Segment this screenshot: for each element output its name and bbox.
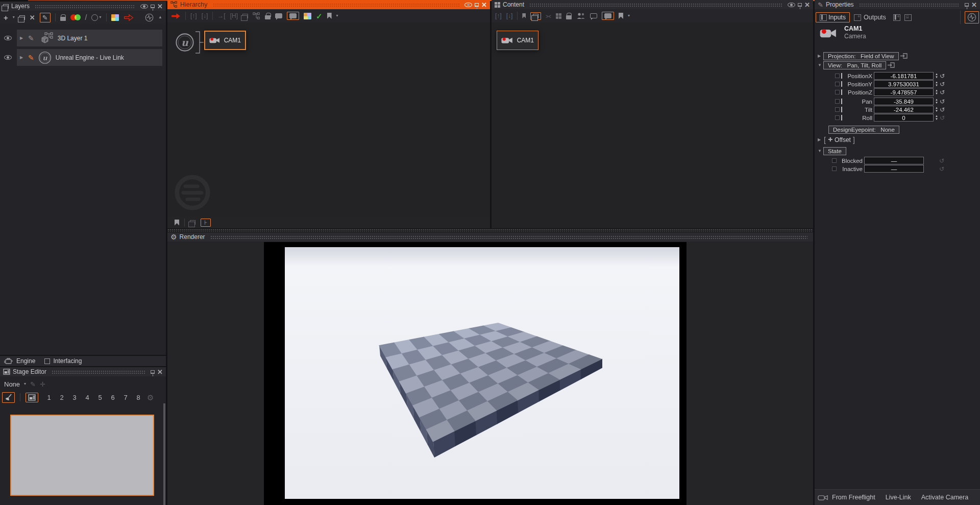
positiony-value-field[interactable]: 3.97530031	[874, 80, 934, 88]
expand-icon[interactable]: ▶	[818, 137, 822, 142]
content-titlebar[interactable]: Content ✕	[492, 0, 813, 9]
edit-layer-button[interactable]: ✎	[40, 13, 51, 22]
move-down-icon[interactable]: [↓]	[202, 13, 208, 19]
validate-check-icon[interactable]: ✓	[316, 12, 323, 20]
animate-checkbox[interactable]	[835, 115, 840, 120]
tilt-value-field[interactable]: -24.462	[874, 106, 934, 113]
pages-icon[interactable]	[190, 220, 195, 225]
animate-checkbox[interactable]	[835, 107, 840, 112]
blocked-value-field[interactable]: —	[864, 157, 924, 164]
bookmark-icon[interactable]	[619, 13, 623, 19]
close-icon[interactable]: ✕	[971, 2, 977, 8]
close-icon[interactable]: ✕	[157, 3, 163, 10]
stage-preview-canvas[interactable]	[10, 415, 154, 496]
move-down-icon[interactable]: [↓]	[506, 13, 513, 19]
stage-preset-3[interactable]: 3	[71, 394, 78, 401]
tab-inputs[interactable]: ▌ Inputs	[816, 12, 850, 22]
bookmark-icon[interactable]	[175, 220, 179, 226]
design-eyepoint-button[interactable]: DesignEyepoint: None	[828, 126, 899, 134]
live-link-button[interactable]: Live-Link	[886, 494, 911, 501]
close-icon[interactable]: ✕	[804, 2, 810, 8]
pan-value-field[interactable]: -35.849	[874, 98, 934, 105]
layer-row[interactable]: ▶ ✎ Unreal Engine - Live Link	[0, 49, 166, 66]
link-icon[interactable]	[888, 62, 896, 68]
reset-icon[interactable]: ↺	[939, 166, 944, 172]
collapse-icon[interactable]: ▼	[818, 149, 822, 153]
pin-icon[interactable]	[151, 5, 155, 8]
expand-icon[interactable]: ▶	[20, 55, 24, 60]
split-vertical-icon[interactable]: ▌º	[893, 14, 901, 21]
flag-small-icon[interactable]	[522, 13, 526, 18]
distribute-icon[interactable]: [H]	[230, 13, 238, 19]
hierarchy-node-cam1[interactable]: CAM1	[204, 31, 246, 50]
stage-selector-caret-icon[interactable]: ▾	[24, 382, 26, 386]
performance-monitor-button[interactable]	[965, 11, 979, 23]
expand-icon[interactable]: ▶	[818, 54, 822, 58]
hierarchy-titlebar[interactable]: Hierarchy ✕	[167, 0, 490, 9]
stage-preset-4[interactable]: 4	[84, 394, 91, 401]
horizontal-splitter[interactable]	[167, 229, 813, 232]
tab-engine[interactable]: Engine	[4, 357, 35, 365]
render-toggle-icon[interactable]	[70, 14, 81, 20]
activate-camera-button[interactable]: Activate Camera	[921, 494, 968, 501]
send-to-engine-icon[interactable]	[124, 14, 134, 21]
group-pages-button[interactable]	[530, 12, 541, 20]
reset-icon[interactable]: ↺	[939, 158, 944, 164]
tab-outputs[interactable]: º Outputs	[854, 14, 886, 21]
eye-icon[interactable]	[788, 3, 795, 7]
lock-layer-icon[interactable]	[60, 17, 66, 21]
lock-icon[interactable]	[265, 15, 271, 19]
properties-titlebar[interactable]: ✎ Properties ✕	[815, 0, 980, 9]
color-swatch-icon[interactable]	[111, 14, 119, 21]
stage-editor-titlebar[interactable]: Stage Editor ✕	[0, 367, 166, 376]
pin-icon[interactable]	[475, 3, 479, 7]
from-freeflight-button[interactable]: From Freeflight	[818, 494, 875, 501]
positionx-value-field[interactable]: -6.181781	[874, 72, 934, 80]
comment-icon[interactable]	[590, 13, 597, 18]
reset-icon[interactable]: ↺	[940, 107, 945, 113]
state-group-header[interactable]: State	[823, 147, 846, 155]
animate-checkbox[interactable]	[835, 82, 840, 86]
opacity-icon[interactable]: /	[85, 14, 87, 21]
collapse-nodes-icon[interactable]: ⪥	[546, 13, 551, 19]
bookmark-icon[interactable]	[327, 13, 332, 19]
collapse-icon[interactable]: ▼	[818, 63, 822, 67]
content-item-cam1[interactable]: CAM1	[497, 31, 538, 50]
stage-edit-pencil-icon[interactable]: ✎	[30, 381, 36, 388]
animate-checkbox[interactable]	[832, 158, 837, 163]
value-stepper[interactable]: ▲▼	[935, 73, 938, 79]
reset-icon[interactable]: ↺	[940, 99, 945, 105]
jump-to-engine-icon[interactable]	[171, 13, 181, 19]
link-icon[interactable]	[900, 53, 909, 59]
close-icon[interactable]: ✕	[157, 369, 163, 375]
stage-preset-7[interactable]: 7	[122, 394, 129, 401]
users-icon[interactable]	[576, 12, 585, 19]
unreal-root-node-icon[interactable]	[175, 33, 194, 52]
gear-icon[interactable]: ⚙	[147, 394, 154, 401]
eye-icon[interactable]	[464, 3, 472, 7]
reset-icon[interactable]: ↺	[940, 81, 945, 87]
render-viewport[interactable]	[285, 247, 679, 499]
stage-preset-8[interactable]: 8	[135, 394, 142, 401]
indent-icon[interactable]: →[	[217, 13, 225, 19]
layer-row[interactable]: ▶ ✎ 3D Layer 1	[0, 30, 166, 46]
edit-pencil-icon[interactable]: ✎	[28, 54, 34, 61]
show-comments-button[interactable]	[287, 12, 299, 20]
add-offset-icon[interactable]: ✚	[828, 137, 832, 142]
edit-pencil-icon[interactable]: ✎	[28, 35, 34, 42]
bookmark-dropdown-icon[interactable]: ▾	[336, 14, 338, 18]
roll-value-field[interactable]: 0	[874, 114, 934, 122]
collapse-icon[interactable]: ▲	[158, 15, 162, 19]
duplicate-node-icon[interactable]	[242, 14, 248, 18]
node-color-swatch-icon[interactable]	[304, 13, 311, 19]
value-stepper[interactable]: ▲▼	[935, 115, 938, 121]
duplicate-layer-icon[interactable]	[19, 15, 25, 20]
bookmark-dropdown-icon[interactable]: ▾	[628, 14, 630, 18]
performance-icon[interactable]	[145, 13, 154, 22]
value-stepper[interactable]: ▲▼	[935, 99, 938, 104]
value-stepper[interactable]: ▲▼	[935, 107, 938, 112]
value-stepper[interactable]: ▲▼	[935, 89, 938, 95]
stage-scrollbar[interactable]	[163, 403, 165, 505]
stage-selector[interactable]: None	[4, 380, 20, 388]
add-layer-button[interactable]: +	[4, 14, 8, 21]
